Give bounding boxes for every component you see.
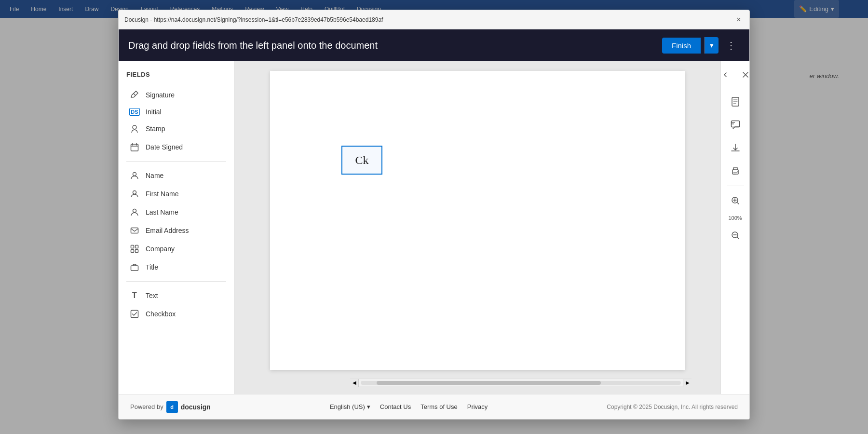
fields-divider-2 <box>126 281 226 282</box>
svg-rect-6 <box>131 245 134 248</box>
document-page: Ck <box>270 71 685 370</box>
footer-powered-by: Powered by d docusign <box>130 401 211 413</box>
terms-of-use-link[interactable]: Terms of Use <box>420 403 458 410</box>
field-item-signature[interactable]: Signature <box>126 86 226 104</box>
download-panel-button[interactable] <box>727 139 744 157</box>
scroll-track <box>361 381 681 385</box>
svg-point-4 <box>133 209 136 213</box>
field-item-title[interactable]: Title <box>126 258 226 276</box>
svg-rect-10 <box>131 266 138 271</box>
footer-center-links: English (US) ▾ Contact Us Terms of Use P… <box>330 403 488 410</box>
svg-rect-16 <box>732 170 738 174</box>
svg-point-0 <box>133 125 136 129</box>
field-item-name[interactable]: Name <box>126 166 226 185</box>
checkbox-icon <box>129 309 140 319</box>
panel-collapse-row <box>717 66 750 83</box>
document-area: Ck ◀ ▶ <box>234 61 720 394</box>
fields-divider-1 <box>126 161 226 162</box>
signature-content: Ck <box>355 154 368 167</box>
svg-rect-8 <box>131 250 134 253</box>
powered-by-text: Powered by <box>130 403 163 410</box>
field-item-last-name[interactable]: Last Name <box>126 203 226 221</box>
document-panel-button[interactable] <box>727 93 744 110</box>
envelope-icon <box>129 225 140 236</box>
svg-rect-5 <box>131 228 138 233</box>
initial-label: Initial <box>146 108 162 116</box>
field-item-date-signed[interactable]: Date Signed <box>126 138 226 156</box>
email-address-label: Email Address <box>146 227 189 234</box>
name-label: Name <box>146 172 163 179</box>
modal-overlay: Docusign - https://na4.docusign.net/Sign… <box>0 0 868 434</box>
finish-dropdown-button[interactable]: ▾ <box>705 37 719 54</box>
signature-label: Signature <box>146 91 175 99</box>
horizontal-scrollbar[interactable]: ◀ ▶ <box>350 379 692 386</box>
field-item-initial[interactable]: DS Initial <box>126 104 226 120</box>
date-signed-label: Date Signed <box>146 143 183 151</box>
modal-close-button[interactable]: × <box>734 15 744 25</box>
docusign-logo-text: docusign <box>181 403 211 411</box>
left-panel: FIELDS Signature DS Initial <box>119 61 234 394</box>
field-item-email-address[interactable]: Email Address <box>126 221 226 240</box>
person-icon-lastname <box>129 207 140 217</box>
ds-header: Drag and drop fields from the left panel… <box>119 29 749 61</box>
calendar-icon <box>129 142 140 152</box>
signature-field-placed[interactable]: Ck <box>341 146 382 175</box>
zoom-out-button[interactable] <box>727 227 744 244</box>
docusign-logo-icon: d <box>166 401 178 413</box>
language-selector[interactable]: English (US) ▾ <box>330 403 370 410</box>
pen-icon <box>129 90 140 100</box>
grid-icon <box>129 244 140 254</box>
person-icon-name <box>129 170 140 181</box>
language-text: English (US) <box>330 403 365 410</box>
title-label: Title <box>146 263 158 271</box>
finish-button[interactable]: Finish <box>662 38 701 54</box>
right-panel: 100% <box>720 61 749 394</box>
modal-body: FIELDS Signature DS Initial <box>119 61 749 394</box>
svg-rect-7 <box>136 245 138 248</box>
field-item-stamp[interactable]: Stamp <box>126 120 226 138</box>
docusign-modal: Docusign - https://na4.docusign.net/Sign… <box>118 10 750 420</box>
privacy-link[interactable]: Privacy <box>467 403 488 410</box>
company-label: Company <box>146 245 175 253</box>
initial-icon: DS <box>129 108 140 116</box>
svg-rect-1 <box>131 144 138 151</box>
svg-point-2 <box>133 173 136 176</box>
zoom-in-button[interactable] <box>727 192 744 209</box>
field-item-company[interactable]: Company <box>126 240 226 258</box>
right-panel-divider <box>727 186 744 186</box>
svg-point-3 <box>133 191 136 194</box>
contact-us-link[interactable]: Contact Us <box>380 403 411 410</box>
stamp-icon <box>129 123 140 134</box>
stamp-label: Stamp <box>146 125 165 133</box>
comment-panel-button[interactable] <box>727 116 744 134</box>
field-item-text[interactable]: T Text <box>126 286 226 305</box>
print-panel-button[interactable] <box>727 163 744 180</box>
modal-titlebar: Docusign - https://na4.docusign.net/Sign… <box>119 10 749 29</box>
last-name-label: Last Name <box>146 208 178 216</box>
text-label: Text <box>146 292 158 299</box>
panel-close-x-button[interactable] <box>737 66 750 83</box>
person-icon-firstname <box>129 189 140 199</box>
svg-rect-9 <box>136 250 138 253</box>
modal-url: Docusign - https://na4.docusign.net/Sign… <box>124 16 383 23</box>
scroll-left-arrow[interactable]: ◀ <box>350 379 359 387</box>
zoom-level: 100% <box>728 215 742 221</box>
ds-header-instruction: Drag and drop fields from the left panel… <box>128 40 378 51</box>
fields-title: FIELDS <box>126 71 226 78</box>
checkbox-label: Checkbox <box>146 310 176 318</box>
scroll-thumb[interactable] <box>377 381 601 385</box>
footer-copyright: Copyright © 2025 Docusign, Inc. All righ… <box>607 404 738 410</box>
field-item-first-name[interactable]: First Name <box>126 185 226 203</box>
svg-point-17 <box>737 171 738 172</box>
modal-footer: Powered by d docusign English (US) ▾ Con… <box>119 394 749 419</box>
first-name-label: First Name <box>146 190 178 198</box>
ds-header-actions: Finish ▾ ⋮ <box>662 37 740 54</box>
briefcase-icon <box>129 262 140 272</box>
more-options-button[interactable]: ⋮ <box>722 38 740 53</box>
field-item-checkbox[interactable]: Checkbox <box>126 305 226 323</box>
text-icon: T <box>129 290 140 301</box>
scroll-right-arrow[interactable]: ▶ <box>683 379 692 387</box>
language-chevron: ▾ <box>367 403 370 410</box>
